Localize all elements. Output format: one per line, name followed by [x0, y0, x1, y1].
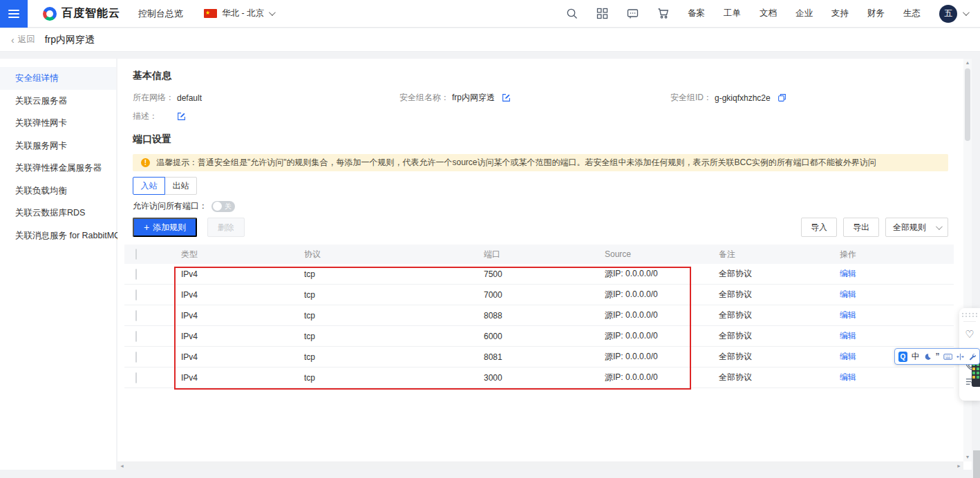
- row-checkbox[interactable]: [135, 331, 137, 342]
- cell-source: 源IP: 0.0.0.0/0: [605, 309, 719, 321]
- search-icon[interactable]: [566, 8, 578, 19]
- delete-button[interactable]: 删除: [207, 218, 245, 237]
- region-name: 华北 - 北京: [222, 8, 264, 19]
- edit-rule-link[interactable]: 编辑: [840, 331, 856, 341]
- page-title: frp内网穿透: [45, 34, 95, 46]
- scroll-left-icon[interactable]: ◄: [120, 463, 124, 468]
- cell-remark: 全部协议: [719, 351, 840, 363]
- nav-link-gongdan[interactable]: 工单: [724, 8, 741, 19]
- cell-source: 源IP: 0.0.0.0/0: [605, 289, 719, 300]
- sg-id-label: 安全组ID：: [670, 92, 712, 104]
- scroll-right-icon[interactable]: ►: [957, 463, 961, 468]
- sidebar-item-security-group-detail[interactable]: 安全组详情: [0, 67, 116, 90]
- ime-moon-icon[interactable]: [924, 352, 932, 361]
- cell-type: IPv4: [181, 311, 304, 321]
- table-row: IPv4 tcp 3000 源IP: 0.0.0.0/0 全部协议 编辑: [124, 367, 954, 388]
- horizontal-scrollbar[interactable]: ◄ ►: [117, 461, 963, 470]
- edit-icon[interactable]: [502, 93, 511, 102]
- nav-link-shengtai[interactable]: 生态: [903, 8, 921, 19]
- field-description: 描述：: [133, 111, 186, 122]
- edit-rule-link[interactable]: 编辑: [840, 269, 856, 278]
- vertical-scrollbar[interactable]: ▲ ▼: [963, 59, 972, 461]
- baidu-cloud-logo-icon: [43, 7, 57, 21]
- table-row: IPv4 tcp 8088 源IP: 0.0.0.0/0 全部协议 编辑: [124, 305, 954, 326]
- nav-link-beian[interactable]: 备案: [688, 8, 705, 19]
- back-button[interactable]: ‹ 返回: [11, 34, 35, 46]
- ime-toolbar: Q 中 ”: [894, 348, 980, 365]
- add-rule-button[interactable]: + 添加规则: [133, 218, 197, 237]
- page-scrollbar-thumb[interactable]: [973, 450, 980, 478]
- drag-handle-icon[interactable]: [962, 313, 978, 317]
- ime-keyboard-icon[interactable]: [943, 352, 952, 361]
- col-type: 类型: [181, 249, 304, 260]
- ime-chinese-mode-icon[interactable]: 中: [912, 351, 920, 363]
- allow-all-ports-toggle[interactable]: 关: [211, 201, 235, 212]
- cell-source: 源IP: 0.0.0.0/0: [605, 330, 719, 342]
- message-icon[interactable]: [627, 8, 639, 19]
- nav-link-zhichi[interactable]: 支持: [831, 8, 849, 19]
- row-checkbox[interactable]: [135, 352, 137, 363]
- ime-punctuation-icon[interactable]: ”: [936, 352, 939, 361]
- sidebar-item-rds[interactable]: 关联云数据库RDS: [0, 202, 116, 224]
- vertical-scrollbar-thumb[interactable]: [965, 68, 970, 141]
- sidebar-item-load-balancer[interactable]: 关联负载均衡: [0, 180, 116, 202]
- region-selector[interactable]: ★ 华北 - 北京: [204, 8, 274, 19]
- cell-remark: 全部协议: [719, 372, 840, 383]
- hamburger-menu-button[interactable]: [0, 0, 28, 28]
- sidebar-item-cloud-servers[interactable]: 关联云服务器: [0, 90, 116, 113]
- cart-icon[interactable]: [657, 8, 669, 19]
- table-row: IPv4 tcp 6000 源IP: 0.0.0.0/0 全部协议 编辑: [124, 326, 954, 347]
- sidebar-item-service-nic[interactable]: 关联服务网卡: [0, 135, 116, 157]
- row-checkbox[interactable]: [135, 269, 137, 280]
- import-button[interactable]: 导入: [801, 218, 837, 237]
- edit-rule-link[interactable]: 编辑: [840, 352, 856, 361]
- nav-link-qiye[interactable]: 企业: [795, 8, 813, 19]
- rule-filter-select[interactable]: 全部规则: [885, 218, 948, 237]
- nav-link-caiwu[interactable]: 财务: [867, 8, 885, 19]
- cell-type: IPv4: [181, 373, 304, 383]
- account-menu[interactable]: 五: [939, 5, 968, 23]
- nav-link-wendang[interactable]: 文档: [760, 8, 777, 19]
- row-checkbox[interactable]: [135, 289, 137, 300]
- edit-rule-link[interactable]: 编辑: [840, 372, 856, 382]
- cell-protocol: tcp: [304, 352, 484, 362]
- col-protocol: 协议: [304, 249, 484, 260]
- cell-type: IPv4: [181, 352, 304, 362]
- table-row: IPv4 tcp 7000 源IP: 0.0.0.0/0 全部协议 编辑: [124, 285, 954, 305]
- copy-icon[interactable]: [778, 93, 786, 102]
- edit-icon[interactable]: [177, 112, 186, 121]
- sg-id-value: g-gkiqfxhzhc2e: [715, 93, 771, 103]
- ime-logo-icon[interactable]: Q: [898, 352, 907, 362]
- network-label: 所在网络：: [133, 92, 174, 104]
- select-all-checkbox[interactable]: [135, 249, 137, 260]
- direction-tabs: 入站 出站: [133, 177, 197, 195]
- sidebar-item-bare-metal[interactable]: 关联弹性裸金属服务器: [0, 157, 116, 180]
- sidebar-item-elastic-nic[interactable]: 关联弹性网卡: [0, 112, 116, 135]
- console-overview-link[interactable]: 控制台总览: [138, 8, 183, 20]
- back-chevron-icon: ‹: [11, 35, 15, 46]
- field-sg-name: 安全组名称： frp内网穿透: [399, 92, 511, 104]
- toggle-state-text: 关: [225, 202, 232, 211]
- tab-inbound[interactable]: 入站: [133, 177, 165, 195]
- scroll-down-icon[interactable]: ▼: [965, 453, 970, 461]
- sidebar-item-rabbitmq[interactable]: 关联消息服务 for RabbitMQ: [0, 224, 116, 247]
- scroll-up-icon[interactable]: ▲: [965, 59, 970, 67]
- ime-split-icon[interactable]: [957, 352, 964, 361]
- tab-outbound[interactable]: 出站: [164, 177, 197, 195]
- cell-type: IPv4: [181, 269, 304, 279]
- favorite-heart-icon[interactable]: ♡: [964, 328, 976, 340]
- cell-source: 源IP: 0.0.0.0/0: [605, 268, 719, 280]
- export-button[interactable]: 导出: [843, 218, 879, 237]
- edit-rule-link[interactable]: 编辑: [840, 310, 856, 320]
- row-checkbox[interactable]: [135, 310, 137, 321]
- sg-name-value: frp内网穿透: [452, 92, 495, 104]
- sidebar: 安全组详情 关联云服务器 关联弹性网卡 关联服务网卡 关联弹性裸金属服务器 关联…: [0, 59, 116, 470]
- description-label: 描述：: [133, 111, 174, 122]
- allow-all-ports-row: 允许访问所有端口： 关: [133, 200, 235, 212]
- chevron-down-icon: [936, 223, 943, 230]
- edit-rule-link[interactable]: 编辑: [840, 289, 856, 299]
- apps-grid-icon[interactable]: [596, 8, 608, 19]
- brand[interactable]: 百度智能云: [43, 6, 120, 21]
- ime-wrench-icon[interactable]: [968, 352, 976, 361]
- row-checkbox[interactable]: [135, 372, 137, 383]
